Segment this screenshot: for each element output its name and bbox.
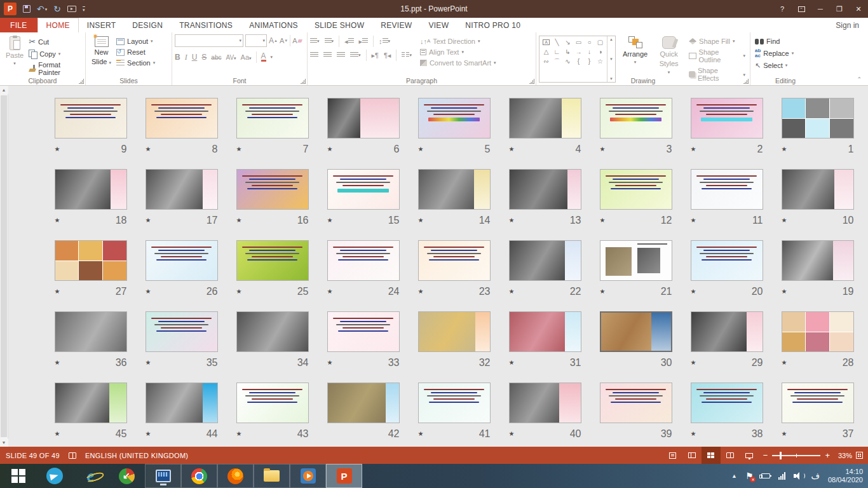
slide-thumbnail-18[interactable] — [55, 169, 127, 210]
bullets-button[interactable]: ▾ — [310, 38, 320, 44]
font-name-combo[interactable]: ▾ — [175, 34, 243, 47]
slide-thumbnail-42[interactable] — [327, 383, 400, 423]
slide-thumbnail-24[interactable] — [327, 240, 400, 281]
shape-elbow-arrow-connector-icon[interactable]: ↳ — [565, 49, 570, 55]
normal-view-button[interactable] — [682, 447, 702, 464]
slide-thumbnail-33[interactable] — [327, 311, 400, 352]
slide-thumbnail-7[interactable] — [236, 98, 309, 139]
grow-font-button[interactable]: A▲ — [269, 36, 278, 45]
character-spacing-button[interactable]: AV▾ — [226, 54, 236, 61]
slide-thumbnail-38[interactable] — [691, 383, 763, 423]
section-button[interactable]: Section▾ — [114, 58, 157, 67]
taskbar-idm[interactable] — [109, 464, 145, 488]
scroll-down-arrow[interactable]: ▼ — [0, 438, 8, 447]
format-painter-button[interactable]: Format Painter — [27, 60, 83, 77]
align-text-button[interactable]: Align Text▾ — [418, 48, 498, 57]
tab-view[interactable]: VIEW — [420, 18, 457, 32]
slide-thumbnail-35[interactable] — [146, 311, 218, 352]
slide-thumbnail-39[interactable] — [600, 383, 672, 423]
cut-button[interactable]: ✂Cut — [27, 37, 83, 47]
line-spacing-button[interactable]: ↕▾ — [379, 37, 390, 45]
slide-thumbnail-26[interactable] — [146, 240, 218, 281]
ribbon-display-options-button[interactable]: ⌃ — [792, 0, 811, 18]
slide-thumbnail-30[interactable] — [600, 311, 672, 352]
shape-partial-circle-icon[interactable]: ◑ — [598, 49, 602, 55]
shrink-font-button[interactable]: A▼ — [280, 37, 288, 44]
select-button[interactable]: ↖Select▾ — [753, 61, 818, 70]
tab-slide-show[interactable]: SLIDE SHOW — [306, 18, 372, 32]
tab-nitro-pro[interactable]: NITRO PRO 10 — [457, 18, 529, 32]
minimize-button[interactable]: ─ — [811, 0, 830, 18]
input-language-indicator[interactable]: ف — [811, 471, 819, 481]
shape-rounded-rectangle-icon[interactable]: ▢ — [597, 39, 603, 46]
align-left-button[interactable] — [310, 52, 318, 58]
shape-right-brace-icon[interactable]: } — [588, 58, 590, 65]
scrollbar-thumb[interactable] — [1, 95, 7, 437]
convert-smartart-button[interactable]: Convert to SmartArt▾ — [418, 58, 498, 67]
shape-elbow-connector-icon[interactable]: ∟ — [554, 49, 560, 55]
new-slide-button[interactable]: New Slide ▾ — [88, 34, 114, 76]
rtl-direction-button[interactable]: ¶◂ — [384, 51, 391, 60]
slide-thumbnail-31[interactable] — [509, 311, 581, 352]
taskbar-firefox[interactable] — [217, 464, 254, 488]
shape-right-arrow-icon[interactable]: → — [576, 49, 582, 55]
powerpoint-logo-icon[interactable]: P — [4, 3, 17, 15]
clear-formatting-button[interactable]: A — [292, 37, 301, 44]
fit-slide-to-window-button[interactable] — [856, 452, 863, 459]
slide-thumbnail-41[interactable] — [418, 383, 491, 423]
show-hidden-icons[interactable]: ▲ — [731, 473, 737, 479]
slide-thumbnail-29[interactable] — [691, 311, 763, 352]
slide-thumbnail-3[interactable] — [600, 98, 672, 139]
slide-thumbnail-43[interactable] — [236, 383, 309, 423]
tab-home[interactable]: HOME — [37, 18, 79, 32]
vertical-scrollbar[interactable]: ▲ ▼ — [0, 86, 8, 447]
drawing-dialog-launcher[interactable] — [743, 79, 749, 84]
start-button[interactable] — [0, 464, 36, 488]
slide-thumbnail-11[interactable] — [691, 169, 763, 210]
spell-check-icon[interactable] — [69, 452, 76, 459]
shape-outline-button[interactable]: Shape Outline▾ — [687, 48, 747, 64]
zoom-slider-thumb[interactable] — [780, 452, 782, 459]
slide-thumbnail-19[interactable] — [782, 240, 854, 281]
zoom-slider[interactable] — [772, 455, 820, 456]
slide-thumbnail-13[interactable] — [509, 169, 581, 210]
scroll-up-arrow[interactable]: ▲ — [0, 86, 8, 94]
close-button[interactable]: ✕ — [849, 0, 868, 18]
align-center-button[interactable] — [323, 52, 332, 58]
network-signal-icon[interactable] — [778, 472, 785, 480]
slide-thumbnail-20[interactable] — [691, 240, 763, 281]
slide-thumbnail-21[interactable] — [600, 240, 672, 281]
slide-thumbnail-27[interactable] — [55, 240, 127, 281]
slide-thumbnail-17[interactable] — [146, 169, 218, 210]
slide-thumbnail-37[interactable] — [782, 383, 854, 423]
layout-button[interactable]: Layout▾ — [114, 37, 157, 46]
paragraph-dialog-launcher[interactable] — [529, 79, 534, 84]
shape-fill-button[interactable]: Shape Fill▾ — [687, 37, 747, 46]
slide-thumbnail-15[interactable] — [327, 169, 400, 210]
replace-button[interactable]: abacReplace▾ — [753, 48, 818, 59]
slide-thumbnail-1[interactable] — [782, 98, 854, 139]
shape-triangle-icon[interactable]: △ — [544, 49, 549, 55]
increase-indent-button[interactable]: ▸ — [359, 37, 369, 46]
tab-animations[interactable]: ANIMATIONS — [241, 18, 306, 32]
slide-thumbnail-10[interactable] — [782, 169, 854, 210]
slide-show-view-button[interactable] — [740, 447, 759, 464]
slide-thumbnail-44[interactable] — [146, 383, 218, 423]
shape-curve-icon[interactable]: ∿ — [565, 58, 570, 65]
tab-design[interactable]: DESIGN — [124, 18, 171, 32]
save-icon[interactable] — [23, 5, 31, 13]
taskbar-powerpoint[interactable]: P — [326, 464, 362, 488]
align-right-button[interactable] — [337, 52, 345, 58]
taskbar-chrome[interactable] — [181, 464, 217, 488]
slide-thumbnail-40[interactable] — [509, 383, 581, 423]
slide-thumbnail-34[interactable] — [236, 311, 309, 352]
shape-star-icon[interactable]: ☆ — [597, 58, 603, 65]
shape-text-box-icon[interactable]: A — [543, 39, 550, 45]
shape-rectangle-icon[interactable]: ▭ — [576, 39, 581, 46]
taskbar-remote-keyboard[interactable] — [145, 464, 181, 488]
action-center-flag-icon[interactable]: ⚑ — [745, 471, 754, 480]
shape-scribble-icon[interactable]: ∾ — [543, 58, 548, 65]
volume-icon[interactable] — [794, 472, 803, 480]
find-button[interactable]: Find — [753, 37, 818, 46]
undo-icon[interactable]: ↶▾ — [37, 4, 47, 13]
